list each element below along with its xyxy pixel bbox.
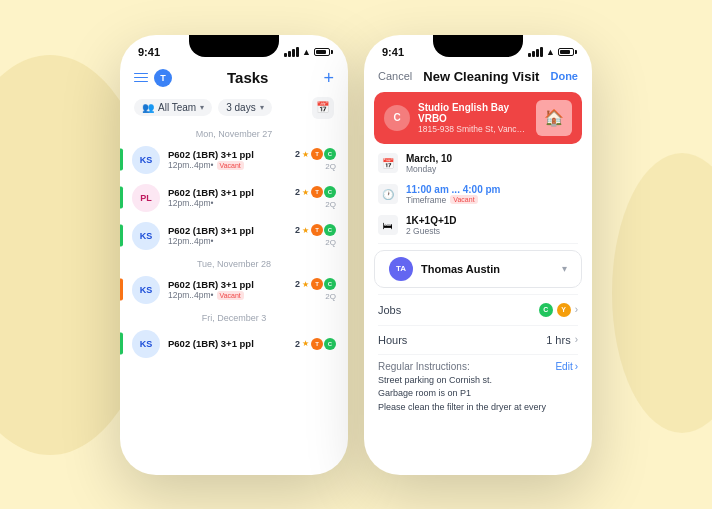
menu-icon[interactable]	[134, 73, 148, 83]
status-icons-left: ▲	[284, 47, 330, 57]
task-time: 12pm..4pm•	[168, 236, 287, 246]
assignee-avatars: T C	[311, 338, 336, 350]
task-2q: 2Q	[325, 200, 336, 209]
room-row: 🛏 1K+1Q+1D 2 Guests	[364, 210, 592, 241]
vacant-badge: Vacant	[217, 161, 244, 170]
task-meta: 2 ★ T C	[295, 338, 336, 350]
jobs-value: C Y ›	[539, 303, 578, 317]
time-right: 9:41	[382, 46, 404, 58]
property-thumbnail: 🏠	[536, 100, 572, 136]
task-info: P602 (1BR) 3+1 ppl	[168, 338, 287, 349]
time-info: 11:00 am ... 4:00 pm Timeframe Vacant	[406, 184, 578, 205]
hours-amount: 1 hrs	[546, 334, 570, 346]
divider	[378, 243, 578, 244]
tasks-filters: 👥 All Team ▾ 3 days ▾ 📅	[120, 93, 348, 125]
room-sub: 2 Guests	[406, 226, 578, 236]
job-dot-green: C	[539, 303, 553, 317]
edit-button[interactable]: Edit ›	[555, 361, 578, 372]
table-row[interactable]: KS P602 (1BR) 3+1 ppl 12pm..4pm• Vacant …	[120, 271, 348, 309]
task-2q: 2Q	[325, 162, 336, 171]
day-label-fri: Fri, December 3	[120, 309, 348, 325]
room-main: 1K+1Q+1D	[406, 215, 578, 226]
star-icon: ★	[302, 188, 309, 197]
table-row[interactable]: KS P602 (1BR) 3+1 ppl 12pm..4pm• 2 ★ T C	[120, 217, 348, 255]
team-filter[interactable]: 👥 All Team ▾	[134, 99, 212, 116]
done-button[interactable]: Done	[550, 70, 578, 82]
tasks-header-left: T	[134, 69, 172, 87]
days-filter[interactable]: 3 days ▾	[218, 99, 271, 116]
bed-icon: 🛏	[378, 215, 398, 235]
task-time: 12pm..4pm• Vacant	[168, 290, 287, 300]
task-name: P602 (1BR) 3+1 ppl	[168, 279, 287, 290]
task-info: P602 (1BR) 3+1 ppl 12pm..4pm• Vacant	[168, 149, 287, 170]
chevron-down-icon: ▾	[200, 103, 204, 112]
hours-row[interactable]: Hours 1 hrs ›	[364, 328, 592, 352]
assignee-dropdown[interactable]: TA Thomas Austin ▾	[374, 250, 582, 288]
assignee-avatars: T C	[311, 148, 336, 160]
mini-avatar-t: T	[311, 278, 323, 290]
chevron-down-icon: ▾	[562, 263, 567, 274]
avatar: KS	[132, 146, 160, 174]
calendar-icon: 📅	[378, 153, 398, 173]
battery-icon	[314, 48, 330, 56]
divider	[378, 354, 578, 355]
phones-container: 9:41 ▲ T Tasks + 👥 Al	[120, 35, 592, 475]
date-info: March, 10 Monday	[406, 153, 578, 174]
task-name: P602 (1BR) 3+1 ppl	[168, 187, 287, 198]
signal-icon	[284, 47, 299, 57]
user-avatar[interactable]: T	[154, 69, 172, 87]
star-icon: ★	[302, 339, 309, 348]
notch-right	[433, 35, 523, 57]
table-row[interactable]: KS P602 (1BR) 3+1 ppl 2 ★ T C	[120, 325, 348, 363]
tasks-header: T Tasks +	[120, 63, 348, 93]
jobs-row[interactable]: Jobs C Y ›	[364, 297, 592, 323]
instructions-text: Street parking on Cornish st. Garbage ro…	[378, 374, 578, 415]
divider	[378, 294, 578, 295]
right-phone: 9:41 ▲ Cancel New Cleaning Visit Done C …	[364, 35, 592, 475]
mini-avatar-c: C	[324, 148, 336, 160]
assignee-avatar: TA	[389, 257, 413, 281]
wifi-icon: ▲	[546, 47, 555, 57]
time-sub: Timeframe Vacant	[406, 195, 578, 205]
mini-avatar-c: C	[324, 224, 336, 236]
chevron-right-icon: ›	[575, 361, 578, 372]
mini-avatar-c: C	[324, 186, 336, 198]
task-info: P602 (1BR) 3+1 ppl 12pm..4pm•	[168, 225, 287, 246]
task-stars: 2 ★ T C	[295, 186, 336, 198]
task-stars: 2 ★ T C	[295, 148, 336, 160]
calendar-icon[interactable]: 📅	[312, 97, 334, 119]
days-filter-label: 3 days	[226, 102, 255, 113]
task-time: 12pm..4pm•	[168, 198, 287, 208]
time-main: 11:00 am ... 4:00 pm	[406, 184, 578, 195]
page-title: New Cleaning Visit	[423, 69, 539, 84]
task-meta: 2 ★ T C 2Q	[295, 278, 336, 301]
table-row[interactable]: KS P602 (1BR) 3+1 ppl 12pm..4pm• Vacant …	[120, 141, 348, 179]
star-icon: ★	[302, 280, 309, 289]
vacant-badge: Vacant	[217, 291, 244, 300]
add-task-button[interactable]: +	[323, 69, 334, 87]
assignee-name: Thomas Austin	[421, 263, 554, 275]
instructions-label: Regular Instructions:	[378, 361, 470, 372]
bg-blob-right	[612, 153, 712, 433]
task-info: P602 (1BR) 3+1 ppl 12pm..4pm• Vacant	[168, 279, 287, 300]
task-name: P602 (1BR) 3+1 ppl	[168, 149, 287, 160]
avatar: KS	[132, 330, 160, 358]
divider	[378, 325, 578, 326]
property-info: Studio English Bay VRBO 1815-938 Smithe …	[418, 102, 528, 134]
assignee-avatars: T C	[311, 224, 336, 236]
notch-left	[189, 35, 279, 57]
status-icons-right: ▲	[528, 47, 574, 57]
table-row[interactable]: PL P602 (1BR) 3+1 ppl 12pm..4pm• 2 ★ T C	[120, 179, 348, 217]
avatar: KS	[132, 222, 160, 250]
task-meta: 2 ★ T C 2Q	[295, 224, 336, 247]
task-2q: 2Q	[325, 238, 336, 247]
cancel-button[interactable]: Cancel	[378, 70, 412, 82]
hours-value: 1 hrs ›	[546, 334, 578, 346]
property-banner[interactable]: C Studio English Bay VRBO 1815-938 Smith…	[374, 92, 582, 144]
signal-icon	[528, 47, 543, 57]
wifi-icon: ▲	[302, 47, 311, 57]
battery-icon	[558, 48, 574, 56]
instructions-section: Regular Instructions: Edit › Street park…	[364, 357, 592, 419]
task-name: P602 (1BR) 3+1 ppl	[168, 338, 287, 349]
task-time: 12pm..4pm• Vacant	[168, 160, 287, 170]
